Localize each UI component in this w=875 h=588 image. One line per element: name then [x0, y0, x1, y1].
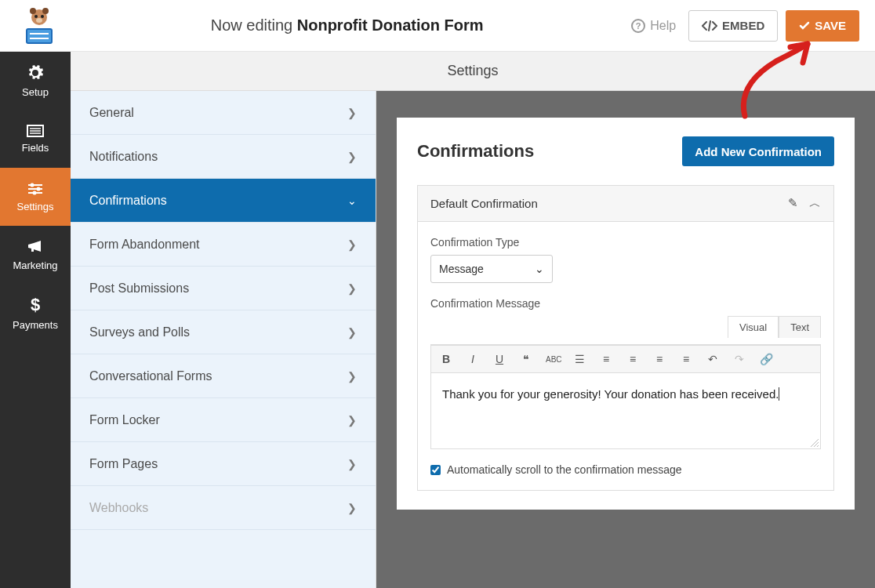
bullets-icon[interactable]: ☰: [572, 353, 586, 365]
svg-point-20: [33, 191, 37, 194]
code-icon: [702, 20, 717, 31]
editor-content[interactable]: Thank you for your generosity! Your dona…: [431, 373, 820, 448]
italic-icon[interactable]: I: [466, 353, 480, 365]
settings-general[interactable]: General❯: [71, 91, 376, 135]
align-right-icon[interactable]: ≡: [679, 353, 693, 365]
settings-conversational[interactable]: Conversational Forms❯: [71, 354, 376, 398]
chevron-right-icon: ❯: [347, 282, 357, 295]
sidenav: Setup Fields Settings Marketing $ Paymen…: [0, 52, 71, 588]
align-center-icon[interactable]: ≡: [652, 353, 666, 365]
add-confirmation-button[interactable]: Add New Confirmation: [682, 136, 834, 166]
editor-tab-visual[interactable]: Visual: [728, 316, 779, 338]
gear-icon: [27, 64, 44, 82]
sidenav-settings[interactable]: Settings: [0, 168, 71, 226]
accordion-header[interactable]: Default Confirmation ✎ ︿: [418, 186, 833, 222]
align-left-icon[interactable]: ≡: [626, 353, 640, 365]
svg-point-18: [37, 187, 41, 191]
type-value: Message: [439, 263, 484, 275]
settings-post-submissions[interactable]: Post Submissions❯: [71, 267, 376, 310]
underline-icon[interactable]: U: [492, 353, 506, 365]
svg-point-2: [42, 8, 49, 14]
app-logo: [16, 6, 63, 45]
embed-button[interactable]: EMBED: [688, 10, 778, 42]
quote-icon[interactable]: ❝: [519, 353, 533, 365]
settings-surveys-polls[interactable]: Surveys and Polls❯: [71, 310, 376, 354]
editing-title: Now editing Nonprofit Donation Form: [63, 16, 631, 34]
chevron-down-icon: ⌄: [535, 263, 544, 275]
sidenav-payments-label: Payments: [13, 319, 58, 331]
topbar: Now editing Nonprofit Donation Form ? He…: [0, 0, 875, 52]
help-icon: ?: [631, 19, 645, 33]
confirmation-accordion: Default Confirmation ✎ ︿ Confirmation Ty…: [417, 185, 834, 491]
check-icon: [799, 20, 810, 31]
chevron-right-icon: ❯: [347, 414, 357, 426]
confirmation-type-select[interactable]: Message ⌄: [430, 255, 553, 283]
confirmation-name: Default Confirmation: [430, 197, 538, 210]
message-editor: B I U ❝ ABC ☰ ≡ ≡ ≡ ≡: [430, 344, 821, 449]
chevron-right-icon: ❯: [347, 370, 357, 383]
settings-form-locker[interactable]: Form Locker❯: [71, 398, 376, 442]
type-label: Confirmation Type: [430, 236, 821, 249]
svg-point-3: [34, 15, 38, 18]
editor-tab-text[interactable]: Text: [779, 316, 821, 338]
help-link[interactable]: ? Help: [631, 19, 676, 33]
sliders-icon: [27, 182, 44, 196]
embed-label: EMBED: [722, 19, 764, 32]
auto-scroll-label: Automatically scroll to the confirmation…: [447, 463, 682, 476]
edit-icon[interactable]: ✎: [788, 196, 798, 211]
chevron-right-icon: ❯: [347, 458, 357, 470]
sidenav-settings-label: Settings: [17, 201, 54, 212]
redo-icon[interactable]: ↷: [732, 353, 746, 365]
numbered-icon[interactable]: ≡: [599, 353, 613, 365]
chevron-right-icon: ❯: [347, 326, 357, 339]
bold-icon[interactable]: B: [439, 353, 453, 365]
settings-notifications[interactable]: Notifications❯: [71, 135, 376, 179]
sidenav-setup[interactable]: Setup: [0, 52, 71, 110]
resize-handle[interactable]: [811, 439, 819, 447]
sidenav-setup-label: Setup: [22, 86, 49, 98]
settings-menu: General❯ Notifications❯ Confirmations⌄ F…: [71, 91, 376, 588]
svg-point-5: [36, 18, 42, 23]
save-button[interactable]: SAVE: [786, 10, 859, 42]
link-icon[interactable]: 🔗: [759, 353, 773, 365]
editing-prefix: Now editing: [211, 16, 297, 34]
sidenav-payments[interactable]: $ Payments: [0, 284, 71, 342]
svg-rect-6: [27, 29, 52, 43]
chevron-right-icon: ❯: [347, 238, 357, 251]
panel-title: Confirmations: [417, 141, 534, 162]
subheader: Settings: [71, 52, 875, 91]
help-label: Help: [650, 19, 676, 33]
dollar-icon: $: [29, 296, 42, 314]
auto-scroll-input[interactable]: [430, 465, 441, 475]
list-icon: [27, 125, 44, 137]
svg-point-16: [31, 183, 34, 187]
sidenav-marketing[interactable]: Marketing: [0, 226, 71, 284]
auto-scroll-checkbox[interactable]: Automatically scroll to the confirmation…: [430, 463, 821, 476]
settings-form-abandonment[interactable]: Form Abandonment❯: [71, 223, 376, 267]
svg-point-4: [41, 15, 44, 18]
chevron-right-icon: ❯: [347, 107, 357, 119]
collapse-icon[interactable]: ︿: [809, 196, 821, 211]
settings-confirmations[interactable]: Confirmations⌄: [71, 179, 376, 223]
confirmations-panel: Confirmations Add New Confirmation Defau…: [397, 118, 855, 510]
message-label: Confirmation Message: [430, 297, 821, 310]
chevron-right-icon: ❯: [347, 502, 357, 514]
sidenav-fields[interactable]: Fields: [0, 110, 71, 168]
sidenav-marketing-label: Marketing: [13, 260, 57, 271]
chevron-right-icon: ❯: [347, 151, 357, 163]
settings-webhooks[interactable]: Webhooks❯: [71, 486, 376, 530]
svg-point-1: [30, 8, 36, 14]
svg-text:$: $: [31, 296, 40, 314]
sidenav-fields-label: Fields: [22, 142, 49, 154]
chevron-down-icon: ⌄: [347, 194, 357, 207]
svg-text:?: ?: [636, 21, 641, 31]
strike-icon[interactable]: ABC: [546, 355, 560, 364]
save-label: SAVE: [815, 19, 846, 32]
settings-form-pages[interactable]: Form Pages❯: [71, 442, 376, 486]
undo-icon[interactable]: ↶: [706, 353, 720, 365]
form-name: Nonprofit Donation Form: [297, 16, 484, 34]
megaphone-icon: [27, 239, 44, 255]
editor-toolbar: B I U ❝ ABC ☰ ≡ ≡ ≡ ≡: [431, 345, 820, 373]
